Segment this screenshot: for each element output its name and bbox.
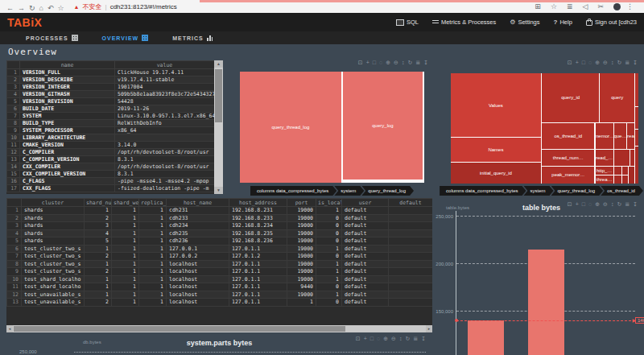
treemap-block[interactable] xyxy=(622,175,628,184)
pan-icon[interactable]: + xyxy=(576,201,579,207)
treemap-block[interactable]: query_id xyxy=(542,73,599,122)
treemap-block[interactable]: initial_query_id xyxy=(451,163,541,184)
menu-sql[interactable]: SQL xyxy=(396,19,419,26)
avatar[interactable] xyxy=(613,3,621,10)
column-header[interactable]: port xyxy=(287,199,316,207)
reset-axes-icon[interactable]: ↻ xyxy=(407,60,412,65)
bookmark-icon[interactable]: ☆ xyxy=(58,4,64,12)
tab-processes[interactable]: PROCESSES xyxy=(26,35,78,41)
zoom-out-icon[interactable]: ⊖ xyxy=(603,60,608,65)
table-row[interactable]: 1VERSION_FULLClickHouse 19.17.4.11 xyxy=(7,69,215,76)
column-header[interactable]: name xyxy=(20,61,115,69)
breadcrumb-item[interactable]: columns data_compressed_bytes xyxy=(440,186,526,196)
treemap-block[interactable]: http_… xyxy=(596,167,613,175)
table-row[interactable]: 13test_unavailable_s211localhost127.0.1.… xyxy=(7,299,433,307)
treemap-block[interactable] xyxy=(624,150,630,167)
zoom-out-icon[interactable]: ⊖ xyxy=(603,201,608,207)
spike-lines-icon[interactable]: ≣ xyxy=(625,201,630,207)
table-row[interactable]: 9test_cluster_two_s211localhost127.0.1.1… xyxy=(7,268,433,276)
treemap-block[interactable]: query_log xyxy=(343,72,423,180)
scroll-down-icon[interactable]: ▼ xyxy=(214,187,223,194)
bar[interactable] xyxy=(468,320,504,355)
spike-lines-icon[interactable]: ≣ xyxy=(413,336,418,341)
box-zoom-icon[interactable]: ⊡ xyxy=(568,60,572,65)
treemap-block[interactable] xyxy=(614,167,621,175)
apps-icon[interactable]: ⊞ xyxy=(535,3,541,10)
treemap-block[interactable] xyxy=(630,150,634,167)
table-row[interactable]: 9SYSTEM_PROCESSORx86_64 xyxy=(7,127,215,134)
treemap-block[interactable]: rea xyxy=(627,123,634,149)
tab-overview[interactable]: OVERVIEW xyxy=(102,35,149,41)
treemap-block[interactable]: que… xyxy=(614,123,626,149)
autoscale-icon[interactable]: ↕ xyxy=(611,60,614,65)
table-row[interactable]: 15CXX_COMPILER_VERSION8.3.1 xyxy=(7,171,215,178)
column-header[interactable]: host_name xyxy=(167,199,229,207)
column-header[interactable]: shard_nu xyxy=(85,199,112,207)
table-row[interactable]: 7SYSTEMLinux-3.10.0-957.1.3.el7.x86_64 xyxy=(7,113,215,120)
reset-axes-icon[interactable]: ↻ xyxy=(617,60,621,65)
treemap-block[interactable] xyxy=(614,150,624,167)
column-header[interactable]: user xyxy=(342,199,389,207)
zoom-in-icon[interactable]: ⊕ xyxy=(595,201,600,207)
zoom-out-icon[interactable]: ⊖ xyxy=(391,336,396,341)
treemap-block[interactable] xyxy=(622,167,628,175)
download-icon[interactable]: ↧ xyxy=(421,336,426,341)
reset-axes-icon[interactable]: ↻ xyxy=(617,201,621,207)
download-icon[interactable]: ↧ xyxy=(423,60,428,65)
table-row[interactable]: 10test_shard_localho111localhost127.0.1.… xyxy=(7,275,433,283)
tab-metrics[interactable]: METRICS xyxy=(172,35,213,41)
lasso-icon[interactable]: ◌ xyxy=(377,336,380,341)
menu-help[interactable]: ? Help xyxy=(554,19,572,26)
autoscale-icon[interactable]: ↕ xyxy=(611,201,614,207)
scroll-left-icon[interactable]: ◂ xyxy=(6,325,13,332)
scrollbar-thumb[interactable] xyxy=(215,69,222,122)
breadcrumb-item[interactable]: query_thread_log xyxy=(361,186,414,196)
zoom-out-icon[interactable]: ⊖ xyxy=(394,60,398,65)
column-header[interactable]: shard_we xyxy=(112,199,139,207)
table-row[interactable]: 1shards111cdh231192.168.8.231190001defau… xyxy=(7,207,433,215)
treemap-block[interactable] xyxy=(629,167,634,184)
lasso-icon[interactable]: ◌ xyxy=(588,201,592,207)
box-zoom-icon[interactable]: ⊡ xyxy=(356,336,361,341)
treemap-block[interactable]: threa… xyxy=(596,175,613,184)
pan-icon[interactable]: + xyxy=(576,60,579,65)
menu-icon[interactable]: ⋮ xyxy=(626,3,634,10)
treemap-block[interactable]: thread_num… xyxy=(542,150,594,167)
treemap-block[interactable] xyxy=(635,107,638,129)
table-row[interactable]: 5shards511cdh236192.168.8.236190000defau… xyxy=(7,237,433,246)
back-icon[interactable]: ← xyxy=(6,4,14,12)
breadcrumb-item[interactable]: columns data_compressed_bytes xyxy=(250,186,336,196)
table-row[interactable]: 2shards211cdh233192.168.8.233190000defau… xyxy=(7,214,433,222)
table-row[interactable]: 8BUILD_TYPERelWithDebInfo xyxy=(7,120,215,127)
table-row[interactable]: 6test_cluster_two_s111127.0.0.1127.0.1.1… xyxy=(7,245,433,253)
sound-icon[interactable]: ◁ xyxy=(583,3,588,10)
table-row[interactable]: 3shards311cdh234192.168.8.234190000defau… xyxy=(7,222,433,230)
column-header[interactable]: is_local xyxy=(316,199,342,207)
treemap-block[interactable] xyxy=(614,175,621,184)
box-zoom-icon[interactable]: ⊡ xyxy=(568,201,572,207)
treemap-block[interactable]: Names xyxy=(451,138,541,162)
spike-lines-icon[interactable]: ≣ xyxy=(625,60,630,65)
menu-metrics-processes[interactable]: Metrics & Processes xyxy=(432,19,496,26)
treemap-block[interactable]: query xyxy=(600,73,634,122)
scroll-up-icon[interactable]: ▲ xyxy=(214,60,223,68)
treemap-block[interactable] xyxy=(635,147,638,184)
menu-signout[interactable]: Sign out [cdh23 xyxy=(586,19,637,26)
table-row[interactable]: 6BUILD_DATE2019-11-26 xyxy=(7,105,215,113)
breadcrumb-item[interactable]: system xyxy=(523,186,553,196)
treemap-block[interactable]: query_thread_log xyxy=(240,72,341,183)
bar[interactable] xyxy=(528,250,564,355)
vertical-scrollbar[interactable]: ▲ ▼ xyxy=(214,60,223,194)
table-row[interactable]: 4shards411cdh235192.168.8.235190000defau… xyxy=(7,229,433,237)
treemap-block[interactable]: peak_memor… xyxy=(542,167,594,184)
treemap-block[interactable]: memor… xyxy=(596,123,613,149)
history-icon[interactable]: ↶ xyxy=(47,4,54,12)
extensions-icon[interactable]: ≣ xyxy=(567,3,573,10)
autoscale-icon[interactable]: ↕ xyxy=(399,336,402,341)
horizontal-scrollbar[interactable]: ◂ ▸ xyxy=(6,325,432,332)
treemap-block[interactable]: Values xyxy=(451,73,541,137)
table-row[interactable]: 7test_cluster_two_s211127.0.0.2127.0.1.2… xyxy=(7,253,433,261)
menu-settings[interactable]: ⚙ Settings xyxy=(510,19,539,26)
lasso-icon[interactable]: ◌ xyxy=(379,60,382,65)
table-row[interactable]: 5VERSION_REVISION54428 xyxy=(7,98,215,105)
